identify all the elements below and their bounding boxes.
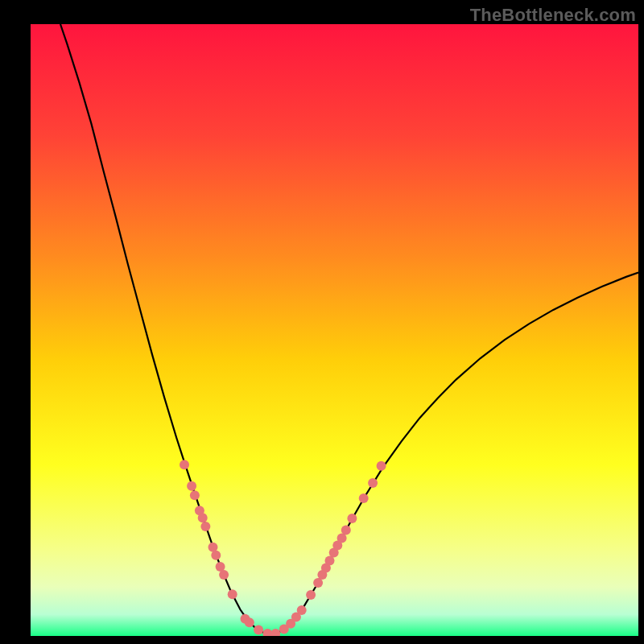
- marker-point: [377, 461, 386, 471]
- marker-point: [219, 570, 229, 580]
- marker-point: [198, 513, 208, 522]
- marker-point: [190, 490, 200, 500]
- marker-point: [368, 478, 378, 488]
- chart-root: TheBottleneck.com: [0, 0, 644, 644]
- watermark-text: TheBottleneck.com: [470, 5, 636, 26]
- marker-point: [359, 493, 369, 503]
- marker-point: [245, 617, 254, 627]
- marker-point: [297, 605, 307, 615]
- marker-point: [270, 629, 280, 638]
- marker-point: [180, 460, 189, 469]
- marker-point: [341, 526, 351, 535]
- marker-point: [306, 590, 316, 600]
- marker-point: [187, 481, 196, 491]
- marker-point: [347, 514, 357, 523]
- marker-point: [211, 551, 221, 560]
- marker-point: [228, 589, 237, 599]
- marker-point: [200, 522, 210, 531]
- marker-point: [254, 625, 263, 634]
- bottleneck-chart: [0, 0, 644, 644]
